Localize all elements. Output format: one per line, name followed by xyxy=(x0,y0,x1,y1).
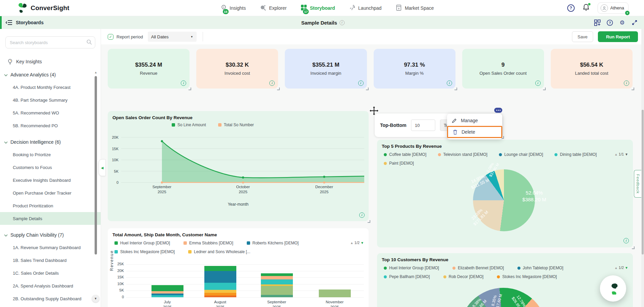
report-period-checkbox[interactable]: ✓ xyxy=(108,34,113,40)
kpi-resize-handle[interactable] xyxy=(277,88,280,90)
nav-item-storyboard[interactable]: Storyboard17 xyxy=(301,0,335,16)
sidebar-item-5b-recommended-po[interactable]: 5B. Recommended PO xyxy=(0,119,101,132)
sidebar-item-product-prioritization[interactable]: Product Prioritization xyxy=(0,199,101,212)
stacked-bar-august-2025[interactable] xyxy=(204,266,236,297)
nav-item-launchpad[interactable]: Launchpad xyxy=(349,0,381,16)
legend-item-huel-interior-group-demo[interactable]: Huel Interior Group [DEMO] xyxy=(384,266,439,270)
sidebar-item-open-purchase-order-tracker[interactable]: Open Purchase Order Tracker xyxy=(0,186,101,199)
nav-item-market-space[interactable]: Market Space xyxy=(396,0,434,16)
sidebar-item-1c-sales-order-details[interactable]: 1C. Sales Order Details xyxy=(0,267,101,279)
add-widget-icon[interactable] xyxy=(594,19,601,26)
sidebar-scroll-down-button[interactable]: ▼ xyxy=(92,295,99,302)
sidebar-item-5a-recommended-wo[interactable]: 5A. Recommended WO xyxy=(0,106,101,119)
sidebar-item-executive-insights-dashboard[interactable]: Executive Insights Dashboard xyxy=(0,174,101,186)
settings-gear-icon[interactable]: ⚙ xyxy=(619,19,625,26)
legend-item-emma-stubbins-demo[interactable]: Emma Stubbins [DEMO] xyxy=(183,241,233,245)
bar-segment[interactable] xyxy=(151,291,183,294)
line-chart-resize-handle[interactable] xyxy=(368,220,370,223)
sidebar-scroll-up-icon[interactable]: ▲ xyxy=(94,71,97,74)
bar-segment[interactable] xyxy=(319,289,351,297)
run-report-button[interactable]: Run Report xyxy=(598,31,638,42)
page-scrollbar-thumb[interactable] xyxy=(642,110,644,254)
legend-item-paint-demo[interactable]: Paint [DEMO] xyxy=(384,161,414,166)
legend-item-lounge-chair-demo[interactable]: Lounge chair [DEMO] xyxy=(499,152,543,157)
nav-item-insights[interactable]: Insights15 xyxy=(221,0,246,16)
storyboard-help-icon[interactable]: ? xyxy=(606,19,613,26)
legend-item-john-tabletop-demo[interactable]: John Tabletop [DEMO] xyxy=(517,266,564,270)
bar-segment[interactable] xyxy=(261,273,293,276)
sidebar-item-booking-to-priortize[interactable]: Booking to Priortize xyxy=(0,148,101,161)
bar-segment[interactable] xyxy=(151,285,183,291)
bar-segment[interactable] xyxy=(204,266,236,271)
kpi-resize-handle[interactable] xyxy=(454,88,457,90)
kpi-card-revenue[interactable]: $355.24 MRevenuei xyxy=(108,49,190,89)
bar-segment[interactable] xyxy=(204,290,236,293)
top5-resize-handle[interactable] xyxy=(632,246,635,249)
sidebar-item-2a-spend-analysis-dashboard[interactable]: 2A. Spend Analysis Dashboard xyxy=(0,279,101,292)
page-info-icon[interactable]: i xyxy=(339,20,344,25)
pager-down-icon[interactable]: ▼ xyxy=(625,152,628,156)
sidebar-item-4a-product-monthly-forecast[interactable]: 4A. Product Monthly Forecast xyxy=(0,81,101,94)
sidebar-item-2b-outstanding-supply-dashboard[interactable]: 2B. Outstanding Supply Dashboard xyxy=(0,292,101,305)
save-button[interactable]: Save xyxy=(572,31,594,42)
sidebar-item-customers-to-focus[interactable]: Customers to Focus xyxy=(0,161,101,174)
kpi-info-icon[interactable]: i xyxy=(535,80,541,86)
storyboards-toggle[interactable]: Storyboards xyxy=(2,20,43,25)
bar-segment[interactable] xyxy=(261,286,293,295)
report-period-select[interactable]: All Dates ▼ xyxy=(148,32,197,42)
legend-item-elizabeth-bennet-demo[interactable]: Elizabeth Bennet [DEMO] xyxy=(452,266,504,270)
athena-chat-button[interactable] xyxy=(600,275,626,302)
kpi-info-icon[interactable]: i xyxy=(447,80,452,86)
sidebar-item-4b-part-shortage-summary[interactable]: 4B. Part Shortage Summary xyxy=(0,94,101,106)
legend-item-stokes-inc-megastore-demo[interactable]: Stokes Inc Megastore [DEMO] xyxy=(497,274,557,279)
notifications-button[interactable] xyxy=(583,4,589,12)
sidebar-collapse-button[interactable]: ◀ xyxy=(99,159,106,176)
sidebar-group-advance-analytics-4[interactable]: Advance Analytics (4) xyxy=(4,70,101,79)
user-menu[interactable]: Athena ▼ xyxy=(598,2,629,14)
kpi-info-icon[interactable]: i xyxy=(181,80,186,86)
legend-item-ledner-and-sons-wholesale[interactable]: Ledner and Sons Wholesale [... xyxy=(188,249,250,254)
stacked-bar-september-2025[interactable] xyxy=(261,273,293,297)
kpi-resize-handle[interactable] xyxy=(366,88,369,90)
kpi-info-icon[interactable]: i xyxy=(624,80,629,86)
line-chart-info-icon[interactable]: i xyxy=(359,212,365,218)
nav-item-explorer[interactable]: Explorer xyxy=(260,0,286,16)
pager-down-icon[interactable]: ▼ xyxy=(625,266,628,270)
legend-item-huel-interior-group-demo[interactable]: Huel Interior Group [DEMO] xyxy=(114,241,170,245)
move-cursor-icon[interactable] xyxy=(370,106,378,115)
page-scrollbar[interactable] xyxy=(641,29,644,307)
kpi-info-icon[interactable]: i xyxy=(269,80,275,86)
legend-item-television-stand-demo[interactable]: Television stand [DEMO] xyxy=(438,152,487,157)
stacked-bar-november-2025[interactable] xyxy=(319,289,351,297)
menu-item-delete[interactable]: Delete xyxy=(447,126,502,138)
sidebar-group-decision-intelligence-6[interactable]: Decision Intelligence (6) xyxy=(4,137,101,147)
kpi-info-icon[interactable]: i xyxy=(358,80,364,86)
bar-segment[interactable] xyxy=(204,271,236,282)
search-input[interactable] xyxy=(5,36,95,48)
pager-up-icon[interactable]: ▲ xyxy=(614,152,618,156)
sidebar-group-supply-chain-visibility-7[interactable]: Supply Chain Visibility (7) xyxy=(4,230,101,240)
kpi-card-landed-total-cost[interactable]: $56.54 KLanded total costi xyxy=(551,49,633,89)
stacked-bar-july-2025[interactable] xyxy=(151,285,183,297)
kpi-card-invoiced-margin[interactable]: $355.21 MInvoiced margini xyxy=(285,49,367,89)
ellipsis-menu-button[interactable] xyxy=(494,108,502,113)
kpi-resize-handle[interactable] xyxy=(632,88,634,90)
bar-segment[interactable] xyxy=(261,279,293,285)
kpi-card-invoiced-cost[interactable]: $30.32 KInvoiced costi xyxy=(196,49,278,89)
feedback-tab[interactable]: Feedback xyxy=(634,170,641,198)
help-icon[interactable]: ? xyxy=(567,4,575,12)
legend-item-dining-table-demo[interactable]: Dining table [DEMO] xyxy=(554,152,597,157)
bar-segment[interactable] xyxy=(261,295,293,297)
pager-up-icon[interactable]: ▲ xyxy=(350,241,353,245)
legend-item-stokes-inc-megastore-demo[interactable]: Stokes Inc Megastore [DEMO] xyxy=(114,249,175,254)
kpi-card-open-sales-order-count[interactable]: 9Open Sales Order counti xyxy=(462,49,544,89)
kpi-resize-handle[interactable] xyxy=(543,88,546,90)
legend-item-roberts-kitchens-demo[interactable]: Roberts Kitchens [DEMO] xyxy=(247,241,299,245)
bar-segment[interactable] xyxy=(261,276,293,279)
fullscreen-icon[interactable] xyxy=(631,19,638,26)
search-icon[interactable] xyxy=(87,39,92,46)
sidebar-item-sample-details[interactable]: Sample Details xyxy=(0,212,101,225)
bar-segment[interactable] xyxy=(151,295,183,297)
kpi-card-margin[interactable]: 97.31 %Margin %i xyxy=(374,49,455,89)
legend-item-coffee-table-demo[interactable]: Coffee table [DEMO] xyxy=(384,152,427,157)
